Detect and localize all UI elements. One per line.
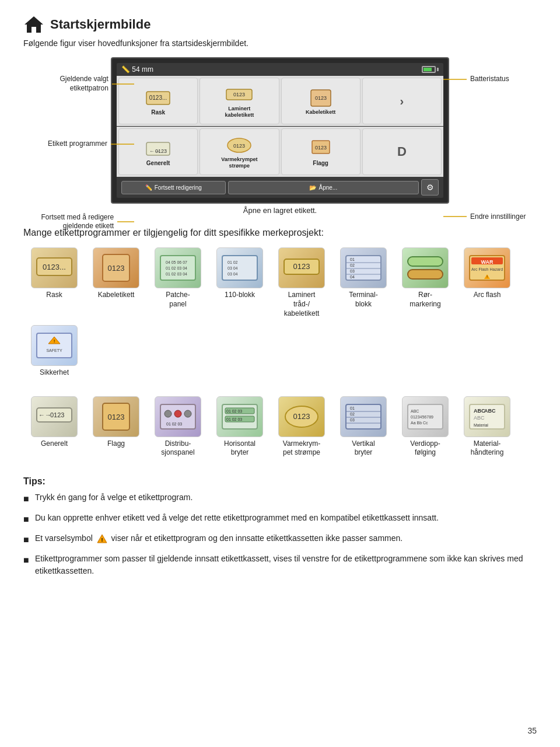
program-icon-material: ABC ABC ABC Material <box>464 396 510 437</box>
program-icon-flagg: 0123 <box>93 396 139 437</box>
svg-point-61 <box>174 410 181 417</box>
svg-text:Aa Bb Cc: Aa Bb Cc <box>411 421 428 425</box>
program-label-terminalblokk: Terminal-blokk <box>349 291 377 309</box>
svg-text:!: ! <box>54 338 55 344</box>
kabel-prog-icon: 0123 <box>96 251 136 285</box>
program-icon-distribusjonspanel: 01 02 03 <box>155 396 201 437</box>
rask-prog-icon: 0123... <box>34 251 75 285</box>
program-icon-kabeletikett: 0123 <box>93 247 139 288</box>
program-label-material: Material-håndtering <box>471 439 504 458</box>
folder-icon: 📂 <box>309 184 316 191</box>
program-item-flagg: 0123 Flagg <box>85 396 147 458</box>
svg-text:0123: 0123 <box>315 145 327 151</box>
program-label-laminert: Laminerttråd-/kabeletikett <box>284 291 320 318</box>
material-prog-icon: ABC ABC ABC Material <box>467 400 508 434</box>
program-icon-vertikalbryter: 01 02 03 <box>340 396 387 437</box>
flagg-dev-icon: 0123 <box>306 138 335 160</box>
tip-item-0: ■ Trykk én gang for å velge et etikettpr… <box>23 491 537 506</box>
generelt-prog-icon: ←→ 0123 <box>34 400 75 434</box>
fortsett-btn[interactable]: ✏️ Fortsett redigering <box>121 181 226 194</box>
patche-prog-icon: 04 05 06 07 01 02 03 04 01 02 03 04 <box>158 251 198 285</box>
program-item-varmekrymptstrømpe: 0123 Varmekrym-pet strømpe <box>271 396 332 458</box>
generelt-dev-icon: ←→ 0123 <box>144 138 173 160</box>
svg-text:04: 04 <box>350 275 355 279</box>
tip-text-0: Trykk én gang for å velge et etikettprog… <box>35 491 192 504</box>
svg-text:0123456789: 0123456789 <box>411 415 433 419</box>
program-item-laminert: 0123 Laminerttråd-/kabeletikett <box>271 247 332 318</box>
device-grid-row1: 0123... Rask 0123 Laminertkabeletikett 0… <box>117 76 443 126</box>
diagram-wrapper: Gjeldende valgt etikettpatron Etikett pr… <box>23 57 537 204</box>
warning-triangle-icon: ! <box>97 533 107 544</box>
program-label-arcflash: Arc flash <box>474 291 501 300</box>
svg-text:03  04: 03 04 <box>228 266 238 270</box>
tips-title: Tips: <box>23 476 537 487</box>
terminal-prog-icon: 01 02 03 04 <box>343 251 384 285</box>
program-icon-varmekrympt: 0123 <box>278 396 325 437</box>
tip-text-2: Et varselsymbol ! viser når et etikettpr… <box>35 532 402 544</box>
svg-text:←→: ←→ <box>38 411 51 418</box>
program-item-generelt: ←→ 0123 Generelt <box>23 396 85 458</box>
programs-grid-row2: ←→ 0123 Generelt 0123 Flagg 01 02 03 Di <box>23 396 537 465</box>
program-item-material: ABC ABC ABC Material Material-håndtering <box>456 396 518 458</box>
rask-icon: 0123... <box>144 87 173 109</box>
varmekrympt-prog-icon: 0123 <box>281 400 322 434</box>
svg-text:ABC: ABC <box>411 409 419 413</box>
arcflash-prog-icon: WAR Arc Flash Hazard ! <box>467 251 508 285</box>
apne-btn[interactable]: 📂 Åpne... <box>228 181 419 194</box>
pencil-icon: ✏️ <box>145 184 152 191</box>
svg-text:!: ! <box>101 537 103 543</box>
svg-text:04 05 06 07: 04 05 06 07 <box>166 260 187 264</box>
program-item-terminalblokk: 01 02 03 04 Terminal-blokk <box>332 247 394 318</box>
laminert-prog-icon: 0123 <box>281 251 322 285</box>
callout-right-line-0 <box>443 79 467 80</box>
svg-text:SAFETY: SAFETY <box>46 348 62 352</box>
ror-prog-icon <box>405 251 446 285</box>
program-label-varmekrymptstrømpe: Varmekrym-pet strømpe <box>283 439 320 458</box>
svg-text:0123: 0123 <box>293 412 310 421</box>
svg-text:0123: 0123 <box>315 95 327 101</box>
svg-text:01: 01 <box>350 257 355 261</box>
tips-section: Tips: ■ Trykk én gang for å velge et eti… <box>23 476 537 577</box>
settings-btn[interactable]: ⚙ <box>421 179 439 196</box>
device-cell-laminert: 0123 Laminertkabeletikett <box>200 78 279 124</box>
callout-right-line-1 <box>443 216 467 217</box>
svg-text:0123...: 0123... <box>149 95 167 101</box>
svg-rect-43 <box>408 270 443 279</box>
callout-line-0 <box>112 83 134 85</box>
battery-body <box>422 66 436 73</box>
tip-item-1: ■ Du kan opprette enhver etikett ved å v… <box>23 512 537 526</box>
program-item-kabeletikett: 0123 Kabeletikett <box>85 247 147 318</box>
program-icon-sikkerhet: ! SAFETY <box>31 325 78 366</box>
program-icon-laminert: 0123 <box>278 247 325 288</box>
svg-text:0123: 0123 <box>233 92 245 97</box>
svg-text:01 02 03 04: 01 02 03 04 <box>166 272 187 276</box>
battery-fill <box>424 68 432 71</box>
callout-right: Batteristatus Endre innstillinger <box>443 57 537 221</box>
svg-text:01 02 03: 01 02 03 <box>166 422 182 426</box>
varme-dev-icon: 0123 <box>225 134 254 156</box>
battery-tip <box>437 68 439 71</box>
program-item-verdiopp: ABC 0123456789 Aa Bb Cc Verdiopp-følging <box>394 396 456 458</box>
intro-text: Følgende figur viser hovedfunksjoner fra… <box>23 39 537 48</box>
program-item-rask: 0123... Rask <box>23 247 85 318</box>
blokk-prog-icon: 01 02 03 04 03 04 <box>219 251 260 285</box>
svg-text:03: 03 <box>350 418 355 422</box>
gear-icon: ⚙ <box>426 183 434 192</box>
distribu-prog-icon: 01 02 03 <box>158 400 198 434</box>
program-item-arcflash: WAR Arc Flash Hazard ! Arc flash <box>456 247 518 318</box>
program-item-rormarkering: Rør-markering <box>394 247 456 318</box>
programs-grid-row1: 0123... Rask 0123 Kabeletikett 04 05 06 … <box>23 247 537 384</box>
program-item-110blokk: 01 02 03 04 03 04 110-blokk <box>209 247 271 318</box>
svg-text:WAR: WAR <box>481 259 494 265</box>
program-label-110blokk: 110-blokk <box>225 291 255 300</box>
svg-point-62 <box>184 410 191 417</box>
program-item-sikkerhet: ! SAFETY Sikkerhet <box>23 325 85 378</box>
callout-left: Gjeldende valgt etikettpatron Etikett pr… <box>23 57 134 231</box>
program-label-patchepanel: Patche-panel <box>166 291 190 309</box>
svg-text:01 02 03: 01 02 03 <box>226 409 242 413</box>
program-icon-generelt: ←→ 0123 <box>31 396 78 437</box>
program-icon-110blokk: 01 02 03 04 03 04 <box>216 247 263 288</box>
device-screenshot: 📏 54 mm 0123... Rask <box>111 57 449 204</box>
program-label-rask: Rask <box>46 291 62 300</box>
program-label-generelt: Generelt <box>41 439 68 449</box>
